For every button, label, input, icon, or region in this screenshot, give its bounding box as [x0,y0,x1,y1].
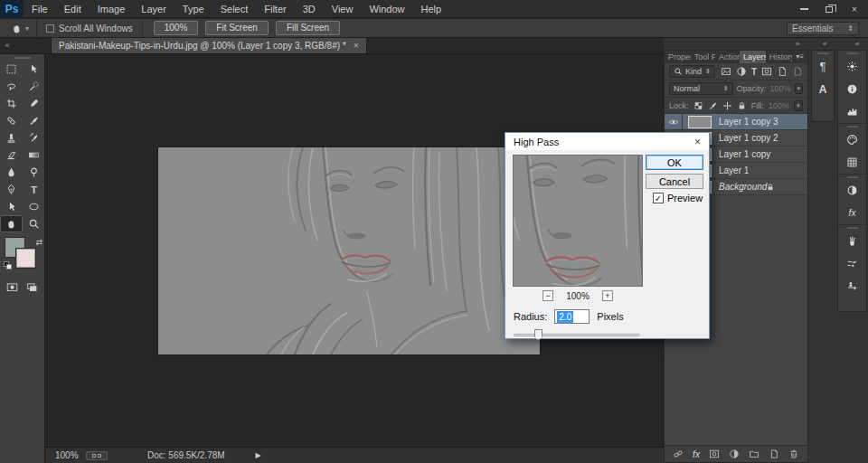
close-icon[interactable]: × [848,4,861,14]
brush-panel-icon[interactable] [838,252,866,275]
document-tab[interactable]: Pakistani-Makeup-Tips-in-Urdu.jpg @ 100%… [51,37,367,53]
hand-tool[interactable] [0,215,23,232]
info-panel-icon[interactable] [838,78,866,100]
layer-name[interactable]: Layer 1 copy [719,149,770,159]
opacity-dropdown-icon[interactable]: ▾ [795,83,803,94]
tab-tool-presets[interactable]: Tool P [691,51,715,63]
collapse-tools-icon[interactable]: « [0,41,14,53]
zoom-in-button[interactable]: + [602,290,613,301]
layer-thumbnail[interactable] [688,116,712,128]
lock-paint-icon[interactable] [708,100,718,111]
quick-mask-icon[interactable] [6,281,18,293]
delete-layer-icon[interactable] [788,449,799,459]
adjustments-panel-icon[interactable] [838,55,866,78]
panel-menu-icon[interactable]: ▾≡ [792,51,807,63]
default-colors-icon[interactable] [4,261,13,270]
pen-tool[interactable] [0,181,23,198]
slider-thumb[interactable] [534,329,542,340]
dialog-title-bar[interactable]: High Pass × [505,133,709,150]
clone-source-panel-icon[interactable] [838,275,866,298]
menu-select[interactable]: Select [212,0,257,18]
expand-panels-icon2[interactable]: « [855,40,859,48]
dialog-close-icon[interactable]: × [694,136,701,148]
status-menu-arrow-icon[interactable]: ▶ [256,451,261,459]
radius-slider[interactable] [514,329,640,340]
filter-pixel-layers-icon[interactable] [721,66,731,77]
lock-position-icon[interactable] [722,100,732,111]
opacity-value[interactable]: 100% [770,84,791,93]
eyedropper-tool[interactable] [23,95,45,112]
fill-screen-button[interactable]: Fill Screen [276,21,340,35]
brush-tool[interactable] [23,112,45,129]
swatches-panel-icon[interactable] [838,151,866,174]
lasso-tool[interactable] [0,78,23,95]
filter-type-layers-icon[interactable]: T [751,67,757,77]
adjustment-circle-panel-icon[interactable] [838,179,866,202]
tab-properties[interactable]: Proper [665,51,691,63]
fill-value[interactable]: 100% [769,101,789,110]
status-zoom-field[interactable]: 100% [55,450,86,460]
path-selection-tool[interactable] [0,198,23,215]
shape-tool[interactable] [23,198,45,215]
filter-shape-layers-icon[interactable] [761,66,772,77]
status-proof-icon[interactable] [86,451,108,460]
layer-name[interactable]: Background [719,182,767,192]
tools-drag-handle[interactable] [14,57,31,59]
move-tool[interactable] [23,61,45,78]
menu-filter[interactable]: Filter [256,0,294,18]
tab-close-icon[interactable]: × [354,41,359,51]
lock-transparency-icon[interactable] [693,100,703,111]
filter-toggle-icon[interactable] [792,66,803,77]
clone-stamp-tool[interactable] [0,129,23,146]
menu-window[interactable]: Window [361,0,412,18]
gradient-tool[interactable] [23,146,45,164]
filter-kind-dropdown[interactable]: Kind ⇕ [669,65,715,78]
menu-3d[interactable]: 3D [295,0,324,18]
layer-name[interactable]: Layer 1 [719,165,749,175]
expand-panels-icon[interactable]: « [823,40,826,48]
type-tool[interactable]: T [23,181,45,198]
visibility-eye-icon[interactable] [665,114,683,129]
healing-brush-tool[interactable] [0,112,23,129]
tab-layers[interactable]: Layers [740,51,766,63]
layer-row-1[interactable]: Layer 1 copy 3 [665,114,807,130]
tool-preset-dropdown[interactable]: ▾ [0,19,37,37]
new-adjustment-layer-icon[interactable] [729,449,740,459]
fit-screen-button[interactable]: Fit Screen [205,21,269,35]
preview-checkbox[interactable]: ✓ [653,193,664,203]
workspace-switcher[interactable]: Essentials ⇕ [787,22,859,35]
radius-input[interactable]: 2.0 [554,309,590,324]
histogram-panel-icon[interactable] [838,100,866,123]
tab-history[interactable]: History [766,51,792,63]
dodge-tool[interactable] [23,164,45,181]
collapse-panels-icon[interactable]: » [796,40,799,48]
color-panel-icon[interactable] [838,128,866,151]
swap-colors-icon[interactable]: ⇄ [35,238,42,247]
scroll-all-windows-checkbox[interactable] [46,24,54,33]
screen-mode-icon[interactable] [26,281,38,293]
quick-selection-tool[interactable] [23,78,45,95]
document-image[interactable] [158,147,540,354]
menu-layer[interactable]: Layer [133,0,175,18]
link-layers-icon[interactable] [673,449,684,459]
minimize-icon[interactable] [797,4,810,14]
paragraph-styles-panel-icon[interactable]: ¶ [812,55,834,78]
marquee-tool[interactable] [0,61,23,78]
cancel-button[interactable]: Cancel [646,174,703,189]
filter-preview[interactable] [513,155,643,287]
menu-image[interactable]: Image [90,0,134,18]
menu-view[interactable]: View [324,0,362,18]
crop-tool[interactable] [0,95,23,112]
add-layer-mask-icon[interactable] [709,449,720,459]
character-styles-panel-icon[interactable]: A [812,78,834,100]
zoom-out-button[interactable]: − [542,290,553,301]
blend-mode-dropdown[interactable]: Normal ⇕ [669,82,733,95]
layer-name[interactable]: Layer 1 copy 3 [719,117,778,127]
blur-tool[interactable] [0,164,23,181]
slider-track[interactable] [514,334,640,336]
tab-actions[interactable]: Action [715,51,740,63]
filter-adjustment-layers-icon[interactable] [736,66,747,77]
new-layer-icon[interactable] [769,449,779,459]
brush-presets-panel-icon[interactable] [838,230,866,252]
menu-file[interactable]: File [24,0,56,18]
